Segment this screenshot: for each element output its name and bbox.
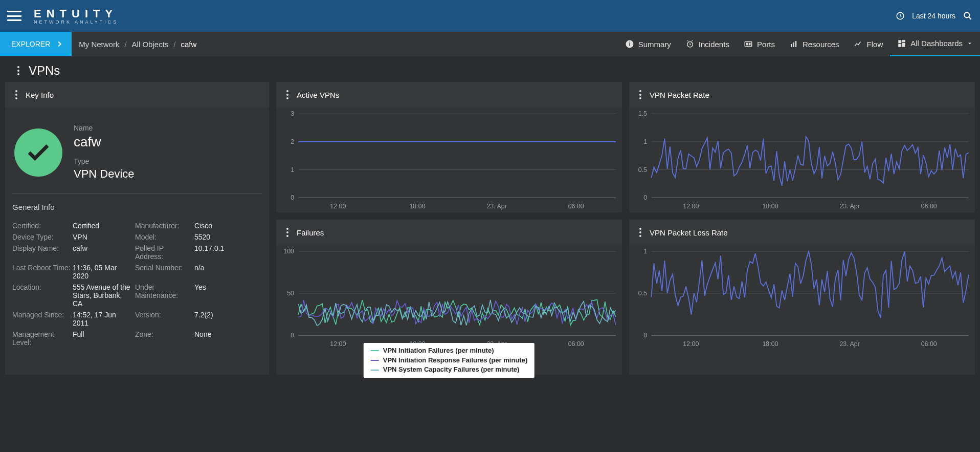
time-range-selector[interactable]: Last 24 hours: [912, 12, 955, 20]
svg-text:18:00: 18:00: [762, 340, 778, 348]
info-value: Full: [73, 330, 133, 347]
svg-text:100: 100: [283, 248, 294, 255]
vpn-packet-loss-card: VPN Packet Loss Rate 00.5112:0018:0023. …: [629, 220, 975, 375]
active-vpns-chart: 012312:0018:0023. Apr06:00: [276, 107, 622, 212]
tab-incidents[interactable]: Incidents: [678, 32, 737, 56]
sub-navigation: EXPLORER My Network / All Objects / cafw…: [0, 32, 980, 56]
info-value: 555 Avenue of the Stars, Burbank, CA: [73, 283, 133, 308]
svg-rect-9: [791, 44, 792, 47]
svg-rect-3: [629, 44, 630, 46]
info-value: 5520: [194, 233, 262, 241]
tab-ports[interactable]: Ports: [737, 32, 782, 56]
bar-chart-icon: [789, 39, 798, 49]
tab-flow[interactable]: Flow: [847, 32, 890, 56]
breadcrumb-item[interactable]: My Network: [79, 40, 119, 49]
svg-text:0: 0: [643, 194, 647, 201]
svg-text:12:00: 12:00: [330, 203, 346, 210]
alarm-icon: [685, 39, 695, 49]
name-label: Name: [74, 124, 135, 132]
svg-text:2: 2: [291, 138, 294, 145]
info-key: Managed Since:: [12, 311, 71, 327]
info-key: Device Type:: [12, 233, 71, 241]
info-key: Model:: [135, 233, 192, 241]
line-chart-icon: [854, 39, 863, 49]
main-content: Key Info Name cafw Type VPN Device Gener…: [0, 82, 980, 382]
svg-text:0: 0: [291, 194, 294, 201]
breadcrumb: My Network / All Objects / cafw: [79, 40, 196, 49]
dashboard-icon: [897, 39, 906, 48]
card-menu-icon[interactable]: [637, 226, 643, 239]
svg-text:12:00: 12:00: [683, 203, 699, 210]
info-key: Under Maintenance:: [135, 283, 192, 308]
svg-text:0: 0: [291, 332, 294, 339]
menu-icon[interactable]: [7, 11, 21, 21]
tab-label: Summary: [638, 40, 671, 49]
svg-rect-11: [795, 41, 796, 47]
info-key: Location:: [12, 283, 71, 308]
card-menu-icon[interactable]: [284, 226, 291, 239]
info-key: Manufacturer:: [135, 222, 192, 230]
info-key: Version:: [135, 311, 192, 327]
explorer-label: EXPLORER: [11, 40, 50, 48]
type-label: Type: [74, 157, 135, 165]
card-title: Key Info: [26, 91, 54, 99]
svg-rect-4: [629, 42, 630, 43]
svg-text:12:00: 12:00: [330, 340, 346, 348]
tab-label: Resources: [803, 40, 839, 49]
info-key: Certified:: [12, 222, 71, 230]
svg-rect-6: [745, 42, 752, 47]
info-value: n/a: [194, 264, 262, 280]
tab-summary[interactable]: Summary: [618, 32, 678, 56]
card-menu-icon[interactable]: [637, 88, 643, 101]
svg-text:18:00: 18:00: [409, 203, 425, 210]
general-info-grid: Certified: Certified Manufacturer: Cisco…: [12, 222, 262, 347]
svg-rect-7: [746, 44, 747, 45]
info-value: 7.2(2): [194, 311, 262, 327]
info-value: 11:36, 05 Mar 2020: [73, 264, 133, 280]
tab-resources[interactable]: Resources: [782, 32, 847, 56]
breadcrumb-current: cafw: [181, 40, 196, 49]
tab-label: Ports: [757, 40, 775, 49]
vpn-packet-rate-card: VPN Packet Rate 00.511.512:0018:0023. Ap…: [629, 82, 975, 212]
svg-text:50: 50: [287, 290, 294, 297]
svg-text:1: 1: [643, 138, 647, 145]
vpn-packet-rate-chart: 00.511.512:0018:0023. Apr06:00: [629, 107, 975, 212]
svg-text:12:00: 12:00: [683, 340, 699, 348]
vpn-packet-loss-chart: 00.5112:0018:0023. Apr06:00: [629, 245, 975, 350]
chevron-down-icon: [967, 40, 973, 47]
breadcrumb-item[interactable]: All Objects: [132, 40, 169, 49]
info-value: 14:52, 17 Jun 2011: [73, 311, 133, 327]
svg-text:3: 3: [291, 111, 294, 117]
breadcrumb-separator: /: [173, 40, 175, 49]
info-value: cafw: [73, 244, 133, 261]
search-icon[interactable]: [963, 11, 973, 21]
info-key: Zone:: [135, 330, 192, 347]
svg-text:06:00: 06:00: [568, 203, 584, 210]
svg-rect-12: [899, 40, 902, 43]
active-vpns-card: Active VPNs 012312:0018:0023. Apr06:00: [276, 82, 622, 212]
info-value: None: [194, 330, 262, 347]
card-menu-icon[interactable]: [284, 88, 291, 101]
tab-all-dashboards[interactable]: All Dashboards: [890, 32, 980, 56]
svg-text:1.5: 1.5: [638, 111, 647, 117]
info-key: Management Level:: [12, 330, 71, 347]
page-menu-icon[interactable]: [15, 64, 21, 77]
svg-text:0: 0: [643, 332, 647, 339]
info-key: Polled IP Address:: [135, 244, 192, 261]
page-title-row: VPNs: [0, 56, 980, 82]
tab-label: All Dashboards: [910, 39, 963, 48]
key-info-card: Key Info Name cafw Type VPN Device Gener…: [5, 82, 269, 375]
svg-rect-14: [902, 42, 905, 47]
breadcrumb-separator: /: [124, 40, 126, 49]
svg-text:06:00: 06:00: [921, 340, 937, 348]
card-menu-icon[interactable]: [13, 88, 19, 101]
card-title: VPN Packet Loss Rate: [650, 228, 728, 237]
info-icon: [625, 39, 634, 49]
page-title: VPNs: [29, 63, 60, 78]
svg-text:23. Apr: 23. Apr: [486, 203, 506, 210]
brand-subtitle: NETWORK ANALYTICS: [34, 19, 118, 25]
svg-text:23. Apr: 23. Apr: [839, 340, 859, 348]
svg-rect-13: [902, 40, 905, 42]
explorer-button[interactable]: EXPLORER: [0, 32, 72, 56]
failures-chart: 05010012:0018:0023. Apr06:00VPN Initiati…: [276, 245, 622, 375]
